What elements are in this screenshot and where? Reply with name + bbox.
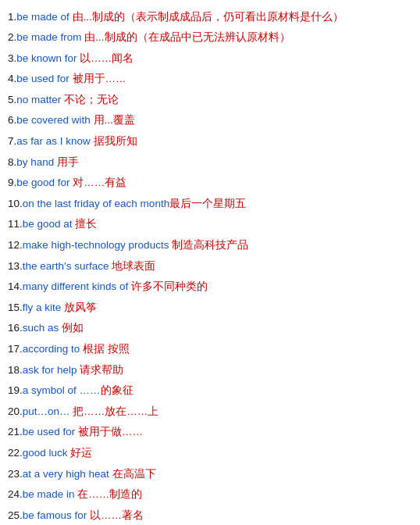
phrase-chinese: 被用于…… [73, 73, 126, 84]
list-item: 2.be made from 由...制成的（在成品中已无法辨认原材料） [8, 27, 412, 48]
list-item: 20.put…on… 把……放在……上 [8, 401, 412, 422]
phrase-chinese: 被用于做…… [78, 426, 143, 438]
list-item: 3.be known for 以……闻名 [8, 48, 412, 69]
list-item: 11.be good at 擅长 [8, 214, 412, 235]
phrase-chinese: 放风筝 [64, 302, 97, 313]
phrase-english: be made in [23, 488, 78, 500]
phrase-chinese: 由...制成的（在成品中已无法辨认原材料） [84, 31, 290, 43]
list-item: 19.a symbol of ……的象征 [8, 380, 412, 402]
phrase-chinese: 许多不同种类的 [131, 280, 208, 292]
phrase-number: 15. [8, 302, 23, 313]
phrase-chinese: 在……制造的 [77, 488, 142, 500]
list-item: 1.be made of 由...制成的（表示制成成品后，仍可看出原材料是什么） [8, 6, 412, 27]
phrase-english: many different kinds of [23, 280, 131, 292]
phrase-number: 25. [8, 509, 23, 521]
phrase-number: 10. [8, 198, 23, 209]
phrase-chinese: 请求帮助 [80, 364, 123, 376]
phrase-number: 6. [8, 114, 16, 126]
phrase-number: 17. [8, 343, 23, 355]
phrase-chinese: 制造高科技产品 [172, 239, 248, 251]
list-item: 9.be good for 对……有益 [8, 173, 412, 194]
phrase-chinese: 把……放在……上 [73, 405, 158, 417]
phrase-number: 12. [8, 239, 23, 251]
list-item: 23.at a very high heat 在高温下 [8, 463, 412, 484]
phrase-number: 1. [8, 11, 16, 23]
phrase-number: 5. [8, 94, 16, 105]
phrase-number: 24. [8, 488, 23, 500]
list-item: 8.by hand 用手 [8, 152, 412, 173]
phrase-chinese: 好运 [70, 447, 92, 459]
phrase-english: no matter [16, 94, 64, 105]
list-item: 6.be covered with 用...覆盖 [8, 110, 412, 131]
phrase-number: 4. [8, 73, 16, 84]
phrase-number: 19. [8, 384, 23, 396]
phrase-chinese: 据我所知 [94, 135, 137, 147]
phrase-english: be used for [16, 73, 72, 84]
phrase-english: such as [23, 322, 62, 334]
phrase-english: be made from [16, 31, 84, 43]
phrase-english: be good for [16, 177, 73, 188]
phrase-chinese: 在高温下 [112, 468, 156, 480]
phrase-list: 1.be made of 由...制成的（表示制成成品后，仍可看出原材料是什么）… [8, 6, 412, 525]
phrase-english: a symbol of …… [23, 384, 101, 396]
phrase-english: be good at [23, 218, 76, 230]
phrase-chinese: 以……闻名 [80, 52, 133, 64]
phrase-chinese: 根据 按照 [83, 343, 130, 355]
list-item: 16.such as 例如 [8, 318, 412, 339]
phrase-number: 11. [8, 218, 23, 230]
phrase-number: 14. [8, 280, 23, 292]
list-item: 4.be used for 被用于…… [8, 69, 412, 90]
list-item: 15.fly a kite 放风筝 [8, 297, 412, 318]
phrase-number: 16. [8, 322, 23, 334]
phrase-number: 20. [8, 405, 23, 417]
phrase-english: be made of [16, 11, 72, 23]
phrase-chinese: 地球表面 [112, 260, 155, 272]
phrase-english: be used for [23, 426, 78, 438]
list-item: 18.ask for help 请求帮助 [8, 359, 412, 380]
phrase-english: according to [23, 343, 83, 355]
phrase-english: be covered with [16, 114, 93, 126]
phrase-english: by hand [16, 156, 57, 168]
phrase-english: good luck [23, 447, 71, 459]
phrase-number: 18. [8, 364, 23, 376]
list-item: 17.according to 根据 按照 [8, 339, 412, 360]
list-item: 13.the earth's surface 地球表面 [8, 255, 412, 277]
list-item: 7.as far as I know 据我所知 [8, 131, 412, 152]
phrase-english: on the last friday of each month [23, 198, 169, 209]
phrase-chinese: 对……有益 [73, 177, 126, 188]
phrase-number: 3. [8, 52, 16, 64]
phrase-number: 2. [8, 31, 16, 43]
phrase-number: 7. [8, 135, 16, 147]
phrase-chinese: 最后一个星期五 [169, 198, 246, 209]
list-item: 22.good luck 好运 [8, 442, 412, 463]
phrase-number: 22. [8, 447, 23, 459]
phrase-number: 13. [8, 260, 23, 272]
list-item: 10.on the last friday of each month最后一个星… [8, 193, 412, 214]
phrase-chinese: 擅长 [75, 218, 97, 230]
phrase-chinese: 例如 [62, 322, 84, 334]
list-item: 25.be famous for 以……著名 [8, 505, 412, 525]
phrase-chinese: 由...制成的（表示制成成品后，仍可看出原材料是什么） [73, 11, 343, 23]
phrase-number: 21. [8, 426, 23, 438]
phrase-chinese: 不论；无论 [64, 94, 119, 105]
phrase-english: the earth's surface [23, 260, 112, 272]
phrase-chinese: 以……著名 [90, 509, 144, 521]
phrase-number: 9. [8, 177, 16, 188]
phrase-english: ask for help [23, 364, 80, 376]
phrase-english: be famous for [23, 509, 90, 521]
phrase-english: make high-technology products [23, 239, 172, 251]
phrase-number: 8. [8, 156, 16, 168]
list-item: 12.make high-technology products 制造高科技产品 [8, 235, 412, 256]
list-item: 5.no matter 不论；无论 [8, 89, 412, 110]
phrase-chinese: 用...覆盖 [94, 114, 135, 126]
phrase-english: put…on… [23, 405, 73, 417]
list-item: 21.be used for 被用于做…… [8, 422, 412, 443]
list-item: 14.many different kinds of 许多不同种类的 [8, 277, 412, 298]
phrase-chinese: 的象征 [101, 384, 133, 396]
phrase-english: as far as I know [16, 135, 93, 147]
phrase-english: fly a kite [23, 302, 64, 313]
phrase-number: 23. [8, 468, 23, 480]
phrase-english: at a very high heat [23, 468, 112, 480]
list-item: 24.be made in 在……制造的 [8, 484, 412, 505]
phrase-english: be known for [16, 52, 80, 64]
